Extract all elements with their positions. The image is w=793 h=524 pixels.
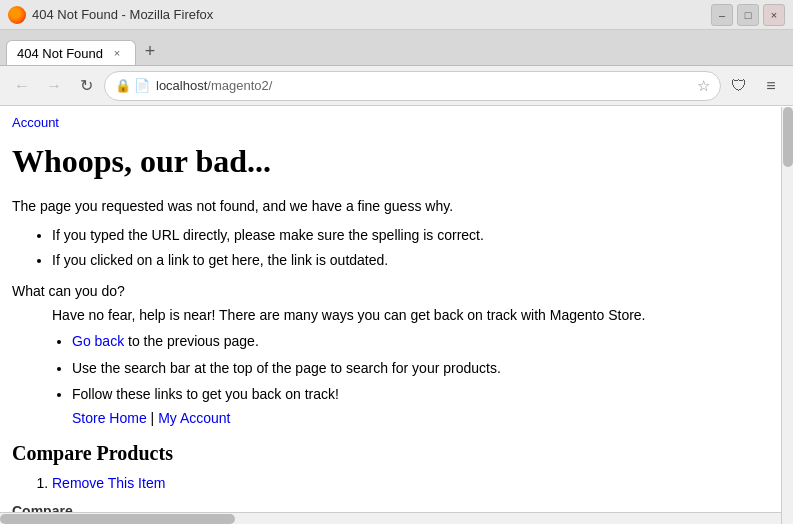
window-title: 404 Not Found - Mozilla Firefox xyxy=(32,7,213,22)
help-text: Have no fear, help is near! There are ma… xyxy=(52,305,781,326)
reason-list: If you typed the URL directly, please ma… xyxy=(52,225,781,271)
horizontal-scrollbar-thumb[interactable] xyxy=(0,514,235,524)
url-icon: 📄 xyxy=(134,78,150,93)
page-heading: Whoops, our bad... xyxy=(12,142,781,180)
horizontal-scrollbar[interactable] xyxy=(0,512,781,524)
back-button[interactable]: ← xyxy=(8,72,36,100)
titlebar: 404 Not Found - Mozilla Firefox – □ × xyxy=(0,0,793,30)
compare-list: Remove This Item xyxy=(52,475,781,491)
list-item: If you typed the URL directly, please ma… xyxy=(52,225,781,246)
titlebar-left: 404 Not Found - Mozilla Firefox xyxy=(8,6,213,24)
active-tab[interactable]: 404 Not Found × xyxy=(6,40,136,65)
url-security-icons: 🔒 📄 xyxy=(115,78,150,93)
compare-list-item: Remove This Item xyxy=(52,475,781,491)
go-back-link[interactable]: Go back xyxy=(72,333,124,349)
url-path: /magento2/ xyxy=(207,78,272,93)
compare-section: Compare Products Remove This Item Compar… xyxy=(12,442,781,519)
firefox-icon xyxy=(8,6,26,24)
compare-heading: Compare Products xyxy=(12,442,781,465)
url-host: localhost xyxy=(156,78,207,93)
new-tab-button[interactable]: + xyxy=(136,37,164,65)
action-list: Go back to the previous page. Use the se… xyxy=(72,330,781,405)
page-info-icon: 🔒 xyxy=(115,78,131,93)
url-text: localhost/magento2/ xyxy=(156,78,691,93)
list-item: If you clicked on a link to get here, th… xyxy=(52,250,781,271)
tabbar: 404 Not Found × + xyxy=(0,30,793,66)
go-back-item: Go back to the previous page. xyxy=(72,330,781,352)
navbar: ← → ↻ 🔒 📄 localhost/magento2/ ☆ 🛡 ≡ xyxy=(0,66,793,106)
go-back-suffix: to the previous page. xyxy=(128,333,259,349)
store-home-link[interactable]: Store Home xyxy=(72,410,147,426)
forward-button[interactable]: → xyxy=(40,72,68,100)
link-separator: | xyxy=(151,410,159,426)
menu-button[interactable]: ≡ xyxy=(757,72,785,100)
footer-links: Store Home | My Account xyxy=(72,410,781,426)
account-link[interactable]: Account xyxy=(12,115,59,130)
tab-close-button[interactable]: × xyxy=(109,45,125,61)
bookmark-icon[interactable]: ☆ xyxy=(697,77,710,95)
titlebar-controls: – □ × xyxy=(711,4,785,26)
follow-links-text: Follow these links to get you back on tr… xyxy=(72,386,339,402)
reload-button[interactable]: ↻ xyxy=(72,72,100,100)
url-bar[interactable]: 🔒 📄 localhost/magento2/ ☆ xyxy=(104,71,721,101)
scrollbar-thumb[interactable] xyxy=(783,107,793,167)
tab-label: 404 Not Found xyxy=(17,46,103,61)
close-button[interactable]: × xyxy=(763,4,785,26)
remove-this-item-link[interactable]: Remove This Item xyxy=(52,475,165,491)
search-bar-text: Use the search bar at the top of the pag… xyxy=(72,360,501,376)
maximize-button[interactable]: □ xyxy=(737,4,759,26)
my-account-link[interactable]: My Account xyxy=(158,410,230,426)
shield-button[interactable]: 🛡 xyxy=(725,72,753,100)
intro-text: The page you requested was not found, an… xyxy=(12,196,781,217)
navbar-right: 🛡 ≡ xyxy=(725,72,785,100)
search-bar-item: Use the search bar at the top of the pag… xyxy=(72,357,781,379)
follow-links-item: Follow these links to get you back on tr… xyxy=(72,383,781,405)
page-content: Account Whoops, our bad... The page you … xyxy=(0,106,793,524)
what-can-you-do-label: What can you do? xyxy=(12,283,781,299)
scrollbar-track[interactable] xyxy=(781,107,793,524)
minimize-button[interactable]: – xyxy=(711,4,733,26)
